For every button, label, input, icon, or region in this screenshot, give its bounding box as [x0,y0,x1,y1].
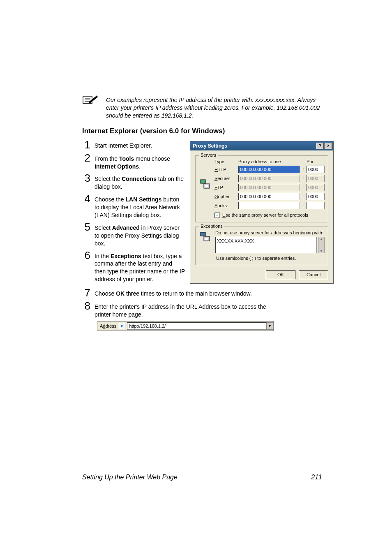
address-dropdown[interactable]: ▼ [267,322,273,330]
col-port: Port [307,159,325,164]
dialog-titlebar: Proxy Settings ? × [190,141,333,150]
exceptions-group: Exceptions Do not use proxy server [195,227,328,265]
col-addr: Proxy address to use [238,159,300,164]
proxy-label-gopher: Gopher: [214,194,237,199]
cancel-button[interactable]: Cancel [299,270,328,279]
svg-rect-9 [205,238,208,240]
col-type: Type [214,159,237,164]
same-proxy-label: Use the same proxy server for all protoc… [222,213,308,217]
proxy-port-1 [307,175,325,182]
address-bar: Address e http://192.168.1.2/ ▼ [97,321,274,331]
address-label: Address [97,324,119,328]
svg-rect-4 [201,180,205,183]
step-2: 2From the Tools menu choose Internet Opt… [82,153,185,171]
ok-button[interactable]: OK [266,270,295,279]
proxy-address-2 [238,184,300,191]
exceptions-hint: Use semicolons ( ; ) to separate entries… [199,253,325,261]
same-proxy-checkbox[interactable]: ✓ [214,213,220,218]
page-number: 211 [311,474,322,481]
step-3: 3Select the Connections tab on the dialo… [82,173,185,191]
step-7: 7Choose OK three times to return to the … [82,287,322,298]
proxy-address-4[interactable] [238,202,300,209]
note-text: Our examples represent the IP address of… [106,95,322,120]
ie-page-icon: e [119,323,125,329]
step-6: 6In the Exceptions text box, type a comm… [82,250,185,284]
svg-rect-6 [205,185,208,187]
dialog-title: Proxy Settings [193,143,227,149]
proxy-port-3[interactable] [307,193,325,200]
close-button[interactable]: × [325,143,332,149]
proxy-label-ftp: FTP: [214,185,237,190]
servers-legend: Servers [199,153,218,157]
address-input[interactable]: http://192.168.1.2/ [127,322,267,330]
note-icon [82,95,101,108]
proxy-label-secure: Secure: [214,176,237,181]
proxy-port-2 [307,184,325,191]
proxy-settings-dialog: Proxy Settings ? × Servers [190,141,334,284]
step-5: 5Select Advanced in Proxy server to open… [82,222,185,247]
proxy-address-1 [238,175,300,182]
proxy-address-0[interactable] [238,166,300,173]
exceptions-textarea[interactable] [215,237,317,253]
step-8: 8Enter the printer's IP address in the U… [82,301,322,319]
proxy-port-4[interactable] [307,202,325,209]
footer-title: Setting Up the Printer Web Page [82,474,178,481]
proxy-port-0[interactable] [307,166,325,173]
servers-group: Servers Type Proxy [195,155,328,222]
proxy-label-http: HTTP: [214,167,237,172]
proxy-address-3[interactable] [238,193,300,200]
section-title: Internet Explorer (version 6.0 for Windo… [82,127,322,135]
step-4: 4Choose the LAN Settings button to displ… [82,193,185,219]
scrollbar[interactable]: ▲▼ [318,237,325,253]
svg-rect-7 [201,232,205,236]
step-1: 1Start Internet Explorer. [82,139,185,150]
exceptions-icon [199,230,212,243]
help-button[interactable]: ? [316,143,324,149]
exceptions-label: Do not use proxy server for addresses be… [215,230,325,235]
servers-icon [199,178,212,191]
proxy-label-socks: Socks: [214,203,237,208]
exceptions-legend: Exceptions [199,224,224,229]
